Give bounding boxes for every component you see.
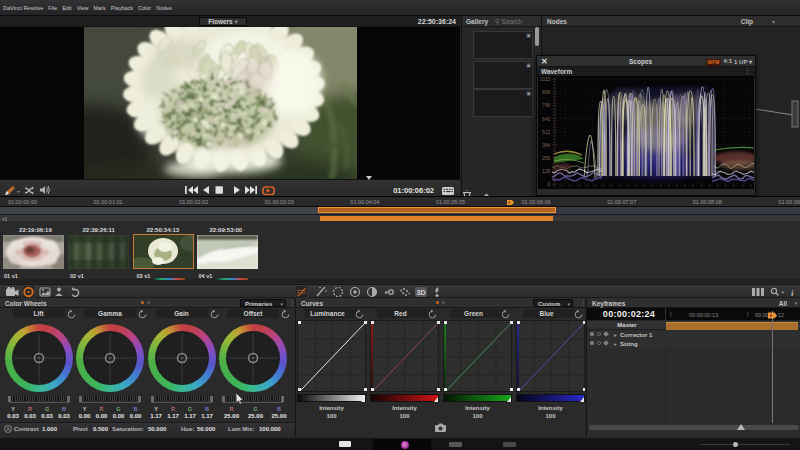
svg-text:128: 128 — [542, 169, 550, 174]
svg-text:896: 896 — [542, 90, 550, 95]
svg-text:640: 640 — [542, 117, 550, 122]
svg-text:3D: 3D — [417, 289, 426, 296]
svg-text:256: 256 — [542, 156, 550, 161]
svg-text:384: 384 — [542, 143, 550, 148]
svg-text:A: A — [6, 426, 10, 432]
svg-text:768: 768 — [542, 103, 550, 108]
svg-text:0: 0 — [547, 182, 550, 187]
svg-text:1023: 1023 — [540, 77, 551, 82]
svg-text:i: i — [791, 288, 794, 298]
svg-text:512: 512 — [542, 130, 550, 135]
